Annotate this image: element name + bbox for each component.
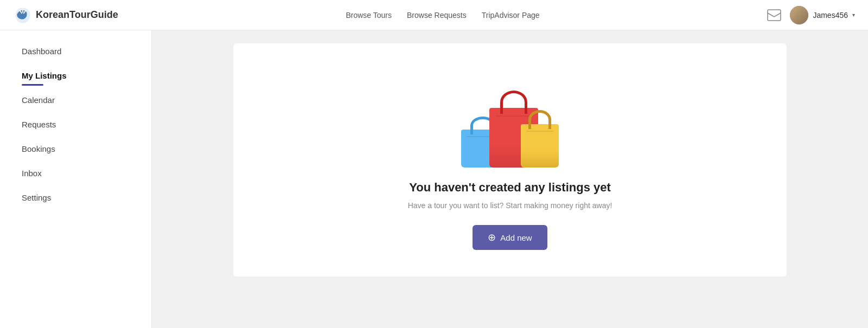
empty-subtitle: Have a tour you want to list? Start maki… bbox=[408, 201, 612, 210]
nav-browse-requests[interactable]: Browse Requests bbox=[407, 11, 467, 20]
inbox-icon bbox=[767, 9, 781, 21]
svg-rect-0 bbox=[768, 10, 781, 21]
plus-circle-icon: ⊕ bbox=[488, 231, 496, 243]
inbox-icon-btn[interactable] bbox=[767, 9, 781, 21]
empty-state-illustration bbox=[456, 70, 564, 168]
bag-yellow bbox=[521, 124, 559, 168]
sidebar-item-dashboard[interactable]: Dashboard bbox=[0, 39, 151, 63]
logo-text: KoreanTourGuide bbox=[36, 9, 118, 21]
listings-card: You haven't created any listings yet Hav… bbox=[233, 43, 787, 276]
main-content: You haven't created any listings yet Hav… bbox=[152, 30, 868, 328]
chevron-down-icon: ▾ bbox=[852, 12, 855, 18]
avatar bbox=[790, 6, 808, 24]
sidebar: Dashboard My Listings Calendar Requests … bbox=[0, 30, 152, 328]
app-body: Dashboard My Listings Calendar Requests … bbox=[0, 30, 868, 328]
nav-browse-tours[interactable]: Browse Tours bbox=[346, 11, 392, 20]
sidebar-item-calendar[interactable]: Calendar bbox=[0, 88, 151, 112]
user-menu[interactable]: James456 ▾ bbox=[790, 6, 855, 24]
sidebar-item-requests[interactable]: Requests bbox=[0, 112, 151, 137]
header-right: James456 ▾ bbox=[767, 6, 855, 24]
sidebar-item-bookings[interactable]: Bookings bbox=[0, 137, 151, 161]
logo-icon bbox=[13, 5, 33, 25]
header-nav: Browse Tours Browse Requests TripAdvisor… bbox=[346, 11, 539, 20]
sidebar-item-inbox[interactable]: Inbox bbox=[0, 161, 151, 185]
sidebar-item-my-listings[interactable]: My Listings bbox=[0, 63, 151, 88]
header: KoreanTourGuide Browse Tours Browse Requ… bbox=[0, 0, 868, 30]
user-name: James456 bbox=[813, 11, 848, 20]
logo[interactable]: KoreanTourGuide bbox=[13, 5, 118, 25]
nav-tripadvisor[interactable]: TripAdvisor Page bbox=[482, 11, 540, 20]
sidebar-item-settings[interactable]: Settings bbox=[0, 185, 151, 210]
empty-title: You haven't created any listings yet bbox=[409, 181, 611, 195]
add-new-button[interactable]: ⊕ Add new bbox=[473, 225, 547, 250]
add-new-label: Add new bbox=[500, 233, 532, 242]
